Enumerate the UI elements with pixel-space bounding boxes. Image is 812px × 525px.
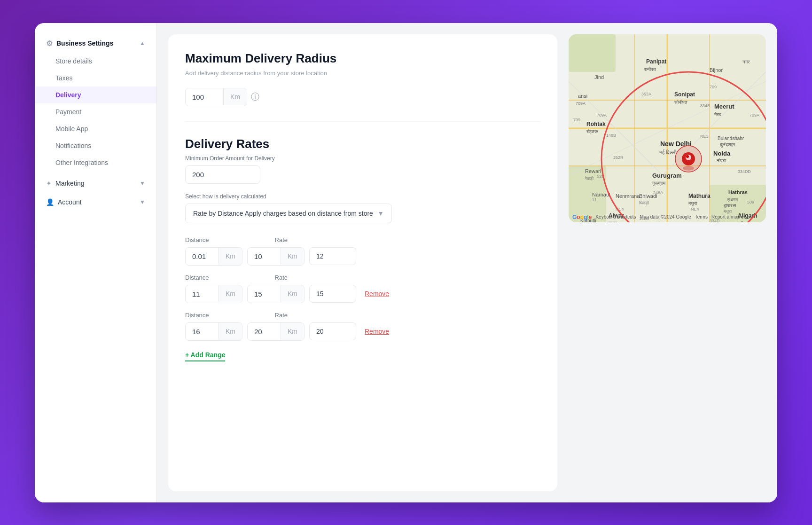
distance-to-1-input[interactable] (248, 248, 281, 265)
delivery-rates-title: Delivery Rates (185, 137, 540, 151)
svg-text:334B: 334B (700, 103, 710, 108)
svg-text:352A: 352A (641, 92, 651, 96)
svg-text:Sonipat: Sonipat (674, 91, 695, 98)
svg-text:रोहतक: रोहतक (586, 129, 598, 134)
marketing-header[interactable]: ✦ Marketing ▼ (35, 175, 156, 192)
terms-link[interactable]: Terms (695, 214, 708, 219)
remove-3-button[interactable]: Remove (365, 328, 389, 335)
business-settings-label: Business Settings (56, 39, 113, 47)
distance-label-1: Distance (185, 236, 209, 243)
min-order-label: Minimum Order Amount for Delivery (185, 155, 540, 162)
svg-text:709: 709 (573, 118, 580, 122)
distance-from-2-input[interactable] (186, 285, 219, 303)
svg-text:Mathura: Mathura (688, 193, 710, 199)
svg-text:मेरठ: मेरठ (714, 112, 721, 117)
distance-from-2-unit: Km (219, 285, 242, 302)
gear-icon: ⚙ (46, 39, 53, 48)
svg-text:मथुरा: मथुरा (688, 201, 697, 206)
radius-unit: Km (223, 88, 247, 105)
marketing-icon: ✦ (46, 180, 52, 187)
sidebar-item-delivery[interactable]: Delivery (35, 86, 156, 103)
rate-3-input[interactable] (309, 322, 356, 340)
svg-text:Jind: Jind (594, 74, 604, 80)
distance-label-3: Distance (185, 312, 209, 319)
content-panel: Maximum Delivery Radius Add delivery dis… (168, 34, 557, 491)
map-attribution: Google Keyboard shortcuts Map data ©2024… (572, 214, 751, 220)
add-range-button[interactable]: + Add Range (185, 349, 225, 361)
sidebar-item-other-integrations[interactable]: Other Integrations (35, 154, 156, 171)
google-logo: Google (572, 214, 592, 220)
distance-to-1-wrapper: Km (247, 247, 304, 266)
svg-text:Hathras: Hathras (728, 189, 748, 195)
svg-text:334DD: 334DD (738, 169, 751, 174)
distance-to-2-input[interactable] (248, 285, 281, 303)
calc-label: Select how is delivery calculated (185, 193, 540, 200)
svg-text:709A: 709A (597, 113, 607, 118)
distance-from-3-wrapper: Km (185, 322, 242, 341)
rate-1-input[interactable] (309, 247, 356, 265)
dropdown-arrow-icon: ▼ (377, 210, 384, 217)
sidebar-item-payment[interactable]: Payment (35, 103, 156, 120)
rate-label-1: Rate (275, 236, 288, 243)
account-chevron-icon: ▼ (140, 199, 145, 205)
sidebar-item-notifications[interactable]: Notifications (35, 137, 156, 154)
distance-from-1-input[interactable] (186, 248, 219, 265)
delivery-radius-title: Maximum Delivery Radius (185, 51, 540, 66)
remove-2-button[interactable]: Remove (365, 290, 389, 298)
svg-text:Gurugram: Gurugram (652, 172, 682, 179)
svg-text:नगर: नगर (742, 59, 750, 64)
svg-text:नोएडा: नोएडा (716, 158, 726, 163)
svg-text:Noida: Noida (713, 150, 731, 157)
sidebar-item-mobile-app[interactable]: Mobile App (35, 120, 156, 137)
svg-text:Bulandshahr: Bulandshahr (718, 136, 744, 141)
distance-to-3-wrapper: Km (247, 322, 304, 341)
section-divider (185, 121, 540, 122)
keyboard-shortcuts: Keyboard shortcuts (595, 214, 636, 219)
chevron-up-icon: ▲ (140, 40, 145, 47)
svg-text:Nenmrana: Nenmrana (616, 193, 640, 199)
delivery-calc-dropdown[interactable]: Rate by Distance Apply charges based on … (185, 204, 392, 223)
account-header[interactable]: 👤 Account ▼ (35, 194, 156, 211)
min-order-input[interactable] (185, 165, 260, 184)
info-icon[interactable]: ⓘ (251, 91, 259, 102)
distance-from-1-unit: Km (219, 248, 242, 265)
rate-row-2: Km Km Remove (185, 285, 540, 303)
svg-text:नई दिल्ली: नई दिल्ली (659, 149, 677, 155)
account-icon: 👤 (46, 198, 54, 206)
business-settings-header[interactable]: ⚙ Business Settings ▲ (35, 34, 156, 53)
svg-text:अलीगढ़: अलीगढ़ (736, 221, 749, 222)
sidebar-item-store-details[interactable]: Store details (35, 53, 156, 70)
map-panel: 352A 709A 709 334B 709A 334DD 509 709 14… (569, 34, 766, 491)
svg-text:148B: 148B (606, 133, 616, 138)
distance-to-1-unit: Km (281, 248, 304, 265)
distance-from-3-input[interactable] (186, 323, 219, 340)
map-container: 352A 709A 709 334B 709A 334DD 509 709 14… (569, 34, 766, 222)
distance-to-3-unit: Km (281, 323, 304, 340)
radius-input[interactable] (186, 88, 223, 106)
rate-2-input[interactable] (309, 285, 356, 303)
svg-text:गुरूग्राम: गुरूग्राम (652, 180, 666, 186)
rate-row-1: Km Km (185, 247, 540, 266)
map-svg: 352A 709A 709 334B 709A 334DD 509 709 14… (569, 34, 766, 222)
svg-text:बुलंदशहर: बुलंदशहर (719, 142, 735, 148)
svg-text:सोनीपत: सोनीपत (674, 100, 687, 105)
distance-from-2-wrapper: Km (185, 285, 242, 303)
report-link[interactable]: Report a map error (711, 214, 751, 219)
radius-input-wrapper: Km (185, 88, 247, 106)
rate-row-2-headers: Distance Rate (185, 274, 540, 281)
svg-text:709A: 709A (576, 101, 586, 106)
sidebar-item-taxes[interactable]: Taxes (35, 70, 156, 86)
svg-text:NE4: NE4 (691, 207, 699, 212)
map-data-text: Map data ©2024 Google (640, 214, 691, 219)
svg-rect-2 (569, 34, 616, 72)
svg-text:11: 11 (592, 197, 597, 202)
delivery-radius-subtitle: Add delivery distance radius from your s… (185, 70, 540, 77)
svg-text:Panipat: Panipat (646, 58, 666, 65)
svg-text:Bijnor: Bijnor (710, 67, 723, 73)
svg-text:भिवाड़ी: भिवाड़ी (639, 201, 649, 205)
svg-text:709: 709 (710, 85, 717, 89)
distance-to-3-input[interactable] (248, 323, 281, 340)
svg-text:709A: 709A (750, 113, 759, 118)
rate-row-headers: Distance Rate (185, 236, 540, 243)
svg-text:Meerut: Meerut (714, 103, 734, 110)
